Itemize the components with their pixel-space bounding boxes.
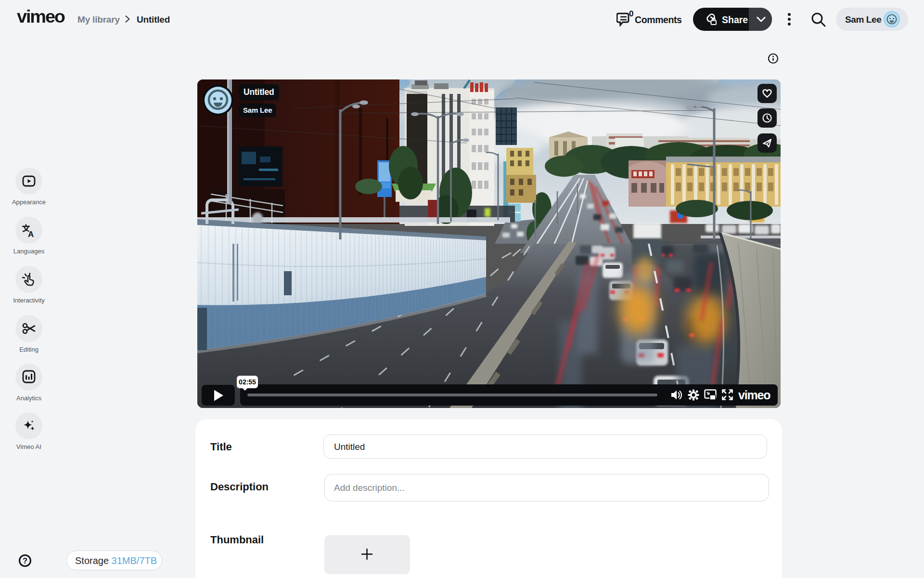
svg-text:0: 0 — [629, 11, 633, 18]
svg-text:?: ? — [23, 556, 27, 565]
svg-text:A: A — [28, 230, 34, 238]
